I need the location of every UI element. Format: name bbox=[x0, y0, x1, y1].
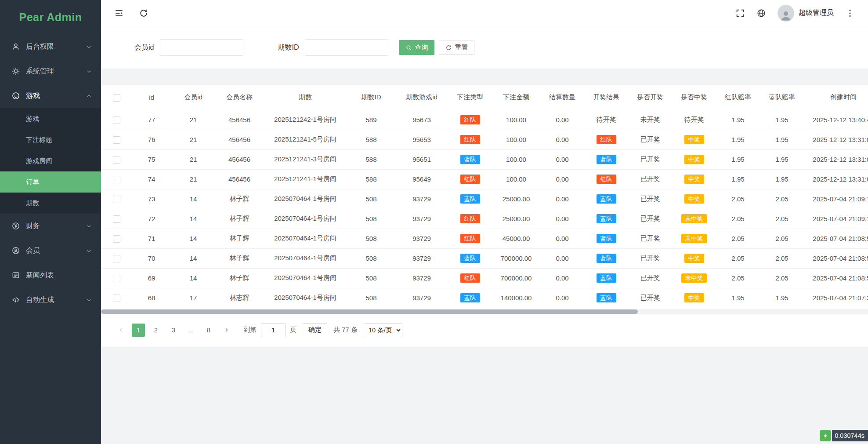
orders-table: id会员id会员名称期数期数ID期数游戏id下注类型下注金额结算数量开奖结果是否… bbox=[101, 85, 868, 308]
topbar-left bbox=[114, 8, 148, 18]
horizontal-scrollbar-thumb[interactable] bbox=[101, 309, 638, 314]
column-header: 红队赔率 bbox=[716, 85, 760, 110]
sidebar-item-label: 会员 bbox=[26, 246, 40, 255]
fullscreen-icon[interactable] bbox=[735, 8, 745, 18]
filter-panel: 会员id 期数ID 查询 重置 bbox=[101, 26, 868, 69]
cell-checkbox bbox=[101, 248, 132, 268]
page-button-1[interactable]: 1 bbox=[132, 324, 145, 337]
collapse-sidebar-icon[interactable] bbox=[114, 8, 124, 18]
cell-period: 2025070464-1号房间 bbox=[264, 189, 347, 209]
member-id-input[interactable] bbox=[160, 39, 243, 56]
row-checkbox[interactable] bbox=[113, 295, 120, 302]
select-all-checkbox[interactable] bbox=[113, 94, 120, 102]
cell-member-name: 456456 bbox=[215, 149, 264, 169]
status-badge: 蓝队 bbox=[460, 155, 480, 164]
row-checkbox[interactable] bbox=[113, 136, 120, 144]
cell-checkbox bbox=[101, 149, 132, 169]
page-button-8[interactable]: 8 bbox=[202, 324, 215, 337]
more-menu-icon[interactable] bbox=[845, 8, 855, 18]
cell-bet-amount: 700000.00 bbox=[492, 268, 540, 288]
main-area: 超级管理员 会员id 期数ID 查询 重置 bbox=[101, 0, 868, 444]
row-checkbox[interactable] bbox=[113, 196, 120, 203]
sidebar-item-system[interactable]: 系统管理 bbox=[0, 59, 101, 84]
table-row: 7014林子辉2025070464-1号房间50893729蓝队700000.0… bbox=[101, 248, 868, 268]
cell-id: 74 bbox=[132, 169, 171, 189]
cell-win-status: 待开奖 bbox=[672, 110, 716, 130]
cell-bet-type: 红队 bbox=[448, 130, 492, 149]
period-id-input[interactable] bbox=[305, 39, 388, 56]
page-button-2[interactable]: 2 bbox=[149, 324, 163, 337]
cell-bet-type: 蓝队 bbox=[448, 149, 492, 169]
sidebar-subitem-orders[interactable]: 订单 bbox=[0, 171, 101, 193]
column-header: 结算数量 bbox=[540, 85, 584, 110]
cell-red-odds: 1.95 bbox=[716, 169, 760, 189]
pagination: 123...8 到第 页 确定 共 77 条 10 条/页 bbox=[101, 314, 868, 341]
cell-settle-qty: 0.00 bbox=[540, 209, 584, 229]
user-menu[interactable]: 超级管理员 bbox=[778, 5, 834, 22]
cell-settle-qty: 0.00 bbox=[540, 229, 584, 248]
row-checkbox[interactable] bbox=[113, 176, 120, 183]
column-header: 下注类型 bbox=[448, 85, 492, 110]
goto-page-input[interactable] bbox=[261, 323, 286, 337]
row-checkbox[interactable] bbox=[113, 116, 120, 124]
goto-confirm-button[interactable]: 确定 bbox=[303, 323, 327, 337]
cell-win-status: 中奖 bbox=[672, 130, 716, 149]
cell-win-status: 未中奖 bbox=[672, 229, 716, 248]
page-button-3[interactable]: 3 bbox=[167, 324, 180, 337]
cell-settle-qty: 0.00 bbox=[540, 268, 584, 288]
cell-created-at: 2025-07-04 21:08:50 bbox=[804, 268, 868, 288]
cell-result: 蓝队 bbox=[584, 229, 628, 248]
cell-period-id: 508 bbox=[347, 288, 395, 308]
refresh-icon[interactable] bbox=[139, 8, 148, 18]
language-globe-icon[interactable] bbox=[756, 8, 766, 18]
status-badge: 蓝队 bbox=[597, 214, 616, 224]
cell-result: 蓝队 bbox=[584, 149, 628, 169]
cell-id: 73 bbox=[132, 189, 171, 209]
next-page-button[interactable] bbox=[220, 324, 233, 337]
cell-settle-qty: 0.00 bbox=[540, 149, 584, 169]
row-checkbox[interactable] bbox=[113, 235, 120, 243]
status-badge: 蓝队 bbox=[597, 293, 616, 303]
row-checkbox[interactable] bbox=[113, 275, 120, 282]
sidebar-item-game[interactable]: 游戏 bbox=[0, 84, 101, 108]
search-button[interactable]: 查询 bbox=[399, 40, 434, 55]
select-all-header bbox=[101, 85, 132, 110]
cell-result: 红队 bbox=[584, 169, 628, 189]
cell-red-odds: 2.05 bbox=[716, 209, 760, 229]
cell-blue-odds: 1.95 bbox=[760, 288, 804, 308]
sidebar-item-member[interactable]: 会员 bbox=[0, 238, 101, 263]
reset-button[interactable]: 重置 bbox=[439, 40, 474, 55]
prev-page-button[interactable] bbox=[114, 324, 127, 337]
sidebar-item-news[interactable]: 新闻列表 bbox=[0, 263, 101, 288]
page-size-select[interactable]: 10 条/页 bbox=[364, 323, 402, 337]
sidebar-subitem-bet-title[interactable]: 下注标题 bbox=[0, 129, 101, 150]
sidebar-item-finance[interactable]: 财务 bbox=[0, 214, 101, 238]
row-checkbox[interactable] bbox=[113, 156, 120, 164]
cell-checkbox bbox=[101, 130, 132, 149]
cell-bet-type: 红队 bbox=[448, 229, 492, 248]
sidebar-item-autogen[interactable]: 自动生成 bbox=[0, 288, 101, 312]
sidebar-subitem-game[interactable]: 游戏 bbox=[0, 108, 101, 129]
sidebar-subitem-periods[interactable]: 期数 bbox=[0, 193, 101, 214]
member-id-filter: 会员id bbox=[134, 39, 243, 56]
cell-period-game-id: 93729 bbox=[395, 209, 448, 229]
sidebar-item-permission[interactable]: 后台权限 bbox=[0, 34, 101, 59]
status-badge: 中奖 bbox=[684, 135, 704, 145]
status-badge: 红队 bbox=[597, 175, 616, 184]
cell-member-id: 21 bbox=[171, 130, 215, 149]
column-header: 是否开奖 bbox=[628, 85, 672, 110]
column-header: 期数游戏id bbox=[395, 85, 448, 110]
column-header: 开奖结果 bbox=[584, 85, 628, 110]
row-checkbox[interactable] bbox=[113, 215, 120, 223]
row-checkbox[interactable] bbox=[113, 255, 120, 262]
page-ellipsis: ... bbox=[184, 324, 198, 337]
cell-result: 红队 bbox=[584, 130, 628, 149]
cell-period-id: 589 bbox=[347, 110, 395, 130]
cell-red-odds: 1.95 bbox=[716, 288, 760, 308]
cell-bet-type: 红队 bbox=[448, 169, 492, 189]
cell-period: 2025121242-1号房间 bbox=[264, 110, 347, 130]
cell-created-at: 2025-07-04 21:08:50 bbox=[804, 248, 868, 268]
cell-id: 76 bbox=[132, 130, 171, 149]
horizontal-scrollbar[interactable] bbox=[101, 309, 868, 314]
sidebar-subitem-game-room[interactable]: 游戏房间 bbox=[0, 150, 101, 171]
